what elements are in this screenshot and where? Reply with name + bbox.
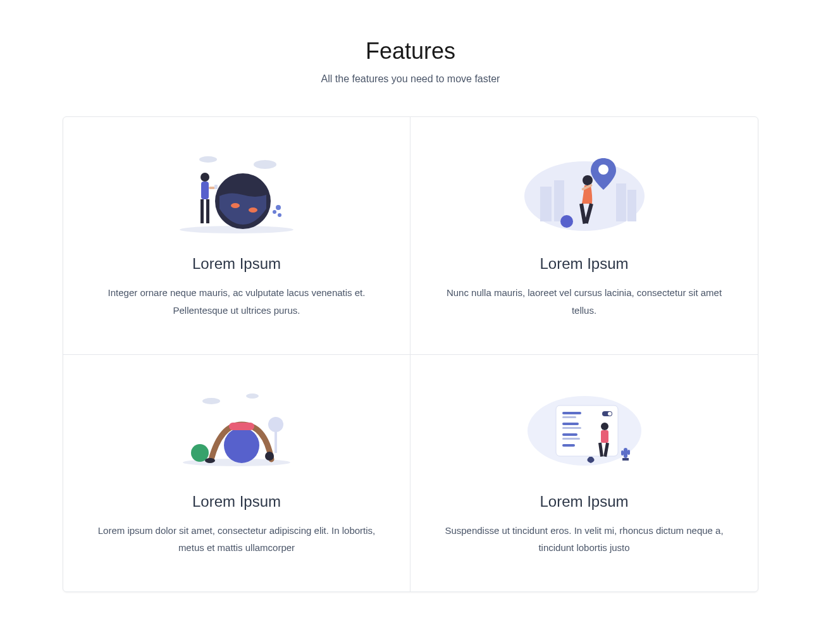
feature-description: Suspendisse ut tincidunt eros. In velit … — [439, 522, 730, 557]
svg-point-4 — [231, 203, 240, 208]
feature-description: Lorem ipsum dolor sit amet, consectetur … — [91, 522, 382, 557]
svg-rect-52 — [621, 450, 624, 455]
svg-rect-44 — [562, 444, 575, 447]
svg-point-6 — [273, 210, 276, 214]
svg-point-9 — [201, 173, 209, 182]
svg-point-29 — [268, 417, 283, 432]
feature-description: Nunc nulla mauris, laoreet vel cursus la… — [439, 284, 730, 319]
location-illustration — [429, 149, 739, 237]
yoga-illustration — [82, 387, 391, 475]
svg-rect-48 — [601, 430, 608, 443]
svg-point-8 — [278, 213, 281, 217]
feature-card: Lorem Ipsum Integer ornare neque mauris,… — [63, 117, 410, 355]
svg-rect-19 — [627, 190, 636, 221]
svg-rect-54 — [622, 458, 629, 461]
features-grid: Lorem Ipsum Integer ornare neque mauris,… — [63, 116, 758, 592]
svg-rect-43 — [562, 438, 580, 440]
feature-title: Lorem Ipsum — [82, 493, 391, 511]
feature-description: Integer ornare neque mauris, ac vulputat… — [91, 284, 382, 319]
svg-point-46 — [608, 412, 612, 416]
svg-rect-13 — [209, 187, 215, 189]
svg-point-22 — [583, 175, 593, 185]
svg-rect-41 — [562, 427, 581, 429]
feature-title: Lorem Ipsum — [82, 255, 391, 273]
svg-rect-11 — [201, 199, 204, 223]
svg-point-27 — [246, 393, 259, 399]
feature-card: Lorem Ipsum Nunc nulla mauris, laoreet v… — [410, 117, 758, 355]
svg-point-34 — [265, 452, 274, 461]
svg-rect-14 — [214, 185, 218, 189]
feature-title: Lorem Ipsum — [429, 255, 739, 273]
svg-point-20 — [598, 164, 608, 175]
svg-point-5 — [249, 207, 257, 213]
svg-point-35 — [205, 458, 215, 463]
svg-rect-39 — [562, 416, 576, 418]
svg-rect-12 — [206, 199, 209, 223]
tasklist-illustration — [429, 387, 739, 475]
section-title: Features — [63, 38, 758, 65]
section-header: Features All the features you need to mo… — [63, 38, 758, 85]
section-subtitle: All the features you need to move faster — [63, 73, 758, 85]
svg-point-26 — [202, 398, 220, 404]
feature-card: Lorem Ipsum Lorem ipsum dolor sit amet, … — [63, 355, 410, 592]
feature-card: Lorem Ipsum Suspendisse ut tincidunt ero… — [410, 355, 758, 592]
svg-point-0 — [199, 156, 217, 163]
svg-rect-53 — [627, 450, 630, 455]
svg-rect-17 — [554, 180, 564, 221]
svg-rect-16 — [540, 187, 552, 221]
fishbowl-illustration — [82, 149, 391, 237]
svg-point-21 — [560, 215, 573, 228]
svg-rect-51 — [624, 448, 627, 458]
svg-point-47 — [601, 423, 608, 430]
svg-rect-33 — [229, 423, 254, 430]
svg-rect-38 — [562, 412, 581, 414]
svg-rect-18 — [616, 183, 626, 221]
svg-point-31 — [224, 428, 259, 463]
feature-title: Lorem Ipsum — [429, 493, 739, 511]
svg-rect-40 — [562, 423, 579, 425]
svg-point-1 — [254, 160, 276, 169]
svg-point-7 — [276, 205, 281, 210]
svg-rect-42 — [562, 433, 577, 436]
svg-rect-10 — [201, 182, 209, 199]
